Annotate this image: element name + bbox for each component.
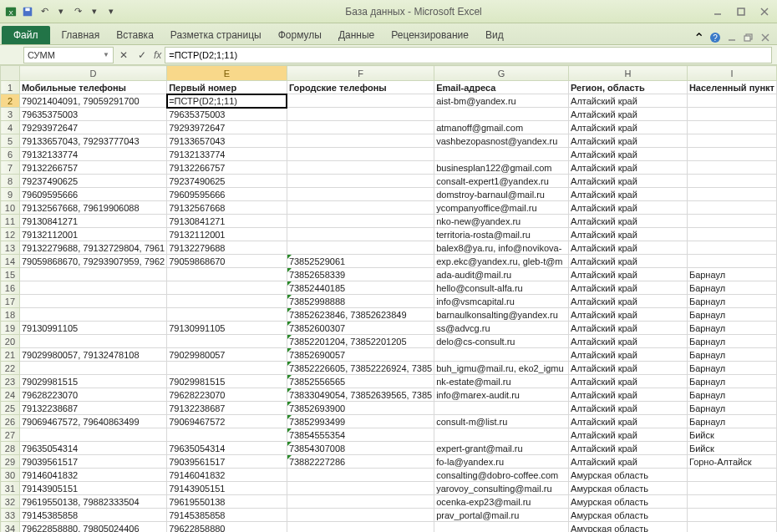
cell[interactable]: 79145385858: [19, 509, 166, 522]
cell[interactable]: Барнаул: [687, 322, 776, 335]
cell[interactable]: [19, 335, 166, 348]
cell[interactable]: 79133657043: [167, 134, 287, 148]
cell[interactable]: aist-bm@yandex.ru: [434, 94, 569, 108]
row-header[interactable]: 7: [1, 161, 20, 175]
row-header[interactable]: 4: [1, 121, 20, 134]
row-header[interactable]: 25: [1, 402, 20, 415]
cell[interactable]: Барнаул: [687, 415, 776, 428]
cell[interactable]: 79133657043, 79293777043: [19, 134, 166, 148]
save-icon[interactable]: [20, 4, 35, 19]
row-header[interactable]: 13: [1, 241, 20, 255]
cell[interactable]: 79130991105: [19, 322, 166, 335]
cell[interactable]: Алтайский край: [569, 281, 688, 295]
redo-icon[interactable]: ↷: [70, 4, 85, 19]
row-header[interactable]: 6: [1, 148, 20, 161]
row-header[interactable]: 10: [1, 201, 20, 215]
wb-restore-icon[interactable]: [742, 31, 755, 44]
cell[interactable]: delo@cs-consult.ru: [434, 335, 569, 348]
cell[interactable]: 79146041832: [167, 469, 287, 482]
close-button[interactable]: [755, 5, 774, 18]
cell[interactable]: 79132266757: [19, 161, 166, 175]
row-header[interactable]: 26: [1, 415, 20, 428]
row-header[interactable]: 15: [1, 268, 20, 281]
cell[interactable]: 79130991105: [167, 322, 287, 335]
tab-insert[interactable]: Вставка: [108, 26, 162, 44]
cell[interactable]: [19, 268, 166, 281]
cell[interactable]: Барнаул: [687, 402, 776, 415]
cell[interactable]: consult-m@list.ru: [434, 415, 569, 428]
cell[interactable]: Амурская область: [569, 495, 688, 509]
cell[interactable]: [687, 228, 776, 241]
cell[interactable]: Горно-Алтайск: [687, 455, 776, 469]
row-header[interactable]: 14: [1, 255, 20, 268]
row-header[interactable]: 5: [1, 134, 20, 148]
cell[interactable]: Алтайский край: [569, 442, 688, 455]
cell[interactable]: 73852690057: [287, 348, 434, 362]
cell[interactable]: ocenka-exp23@mail.ru: [434, 495, 569, 509]
col-header-E[interactable]: E: [167, 66, 287, 81]
cell[interactable]: 79146041832: [19, 469, 166, 482]
cell[interactable]: 73852440185: [287, 281, 434, 295]
cell[interactable]: [687, 108, 776, 121]
ribbon-minimize-icon[interactable]: ⌃: [692, 31, 705, 44]
row-header[interactable]: 24: [1, 388, 20, 402]
cell[interactable]: 79237490625: [167, 175, 287, 188]
cell[interactable]: [287, 509, 434, 522]
cell[interactable]: 79635375003: [19, 108, 166, 121]
row-header[interactable]: 29: [1, 455, 20, 469]
cell[interactable]: [687, 241, 776, 255]
cell[interactable]: 73852529061: [287, 255, 434, 268]
cell[interactable]: [287, 241, 434, 255]
excel-icon[interactable]: X: [3, 4, 18, 19]
cell[interactable]: 79635054314: [19, 442, 166, 455]
cell[interactable]: info@marex-audit.ru: [434, 388, 569, 402]
cell[interactable]: 79609595666: [167, 188, 287, 201]
cell[interactable]: [287, 215, 434, 228]
cell[interactable]: Алтайский край: [569, 402, 688, 415]
cell[interactable]: Амурская область: [569, 522, 688, 533]
formula-input[interactable]: =ПСТР(D2;1;11): [165, 47, 772, 63]
row-header[interactable]: 33: [1, 509, 20, 522]
cell[interactable]: [287, 188, 434, 201]
cell[interactable]: Алтайский край: [569, 175, 688, 188]
cell[interactable]: 79132133774: [167, 148, 287, 161]
tab-pagelayout[interactable]: Разметка страницы: [162, 26, 270, 44]
cell[interactable]: Барнаул: [687, 281, 776, 295]
cell[interactable]: [687, 509, 776, 522]
cell[interactable]: [434, 522, 569, 533]
cell[interactable]: Бийск: [687, 428, 776, 442]
cell[interactable]: 79132112001: [167, 228, 287, 241]
cell[interactable]: Алтайский край: [569, 362, 688, 375]
row-header[interactable]: 9: [1, 188, 20, 201]
cell[interactable]: Алтайский край: [569, 455, 688, 469]
cell[interactable]: balex8@ya.ru, info@novikova-: [434, 241, 569, 255]
cell[interactable]: 79293972647: [19, 121, 166, 134]
cell[interactable]: Алтайский край: [569, 335, 688, 348]
row-header[interactable]: 8: [1, 175, 20, 188]
cell[interactable]: Алтайский край: [569, 415, 688, 428]
cell[interactable]: Амурская область: [569, 469, 688, 482]
header-cell[interactable]: Городские телефоны: [287, 81, 434, 94]
cell[interactable]: 79619550138: [167, 495, 287, 509]
row-header[interactable]: 32: [1, 495, 20, 509]
cell[interactable]: 73852623846, 73852623849: [287, 308, 434, 322]
cell[interactable]: 73882227286: [287, 455, 434, 469]
cell[interactable]: Алтайский край: [569, 388, 688, 402]
cell[interactable]: Алтайский край: [569, 241, 688, 255]
row-header[interactable]: 22: [1, 362, 20, 375]
cell[interactable]: 79132567668, 79619906088: [19, 201, 166, 215]
fx-icon[interactable]: fx: [154, 49, 161, 61]
cell[interactable]: 79132279688: [167, 241, 287, 255]
maximize-button[interactable]: [732, 5, 750, 18]
cell[interactable]: 79039561517: [19, 455, 166, 469]
cell[interactable]: Алтайский край: [569, 308, 688, 322]
cell[interactable]: 79622858880, 79805024406: [19, 522, 166, 533]
cell[interactable]: Барнаул: [687, 268, 776, 281]
name-box[interactable]: СУММ ▼: [23, 47, 114, 63]
minimize-button[interactable]: [708, 5, 727, 18]
cell[interactable]: [19, 362, 166, 375]
cell[interactable]: 79029980057, 79132478108: [19, 348, 166, 362]
cell[interactable]: [287, 175, 434, 188]
tab-review[interactable]: Рецензирование: [383, 26, 477, 44]
row-header[interactable]: 18: [1, 308, 20, 322]
